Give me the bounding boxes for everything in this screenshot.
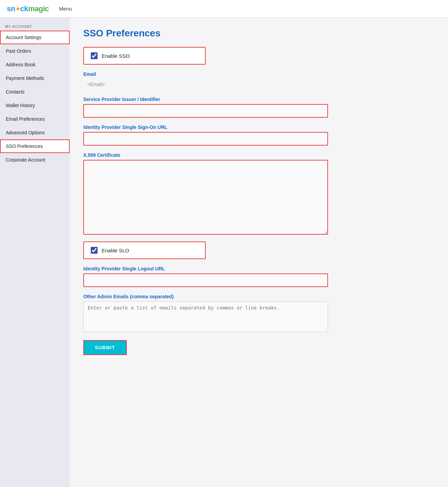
logo-magic: magic (28, 4, 49, 13)
x509-label: X.509 Certificate (83, 152, 434, 158)
idp-signon-label: Identity Provider Single Sign-On URL (83, 124, 434, 130)
idp-logout-section: Identity Provider Single Logout URL (83, 266, 434, 287)
sidebar-item-address-book[interactable]: Address Book (0, 58, 70, 71)
sidebar: MY ACCOUNT Account Settings Past Orders … (0, 18, 70, 487)
layout: MY ACCOUNT Account Settings Past Orders … (0, 18, 448, 487)
menu-button[interactable]: Menu (59, 6, 72, 12)
idp-signon-section: Identity Provider Single Sign-On URL (83, 124, 434, 146)
sidebar-item-sso-preferences[interactable]: SSO Preferences (0, 139, 70, 153)
idp-logout-label: Identity Provider Single Logout URL (83, 266, 434, 271)
sidebar-section-label: MY ACCOUNT (0, 21, 70, 31)
x509-section: X.509 Certificate (83, 152, 434, 235)
idp-logout-input[interactable] (83, 273, 328, 287)
page-title: SSO Preferences (83, 28, 434, 39)
enable-slo-checkbox-box: Enable SLO (83, 241, 206, 259)
main-content: SSO Preferences Enable SSO Email <Email>… (70, 18, 448, 487)
sidebar-item-payment-methods[interactable]: Payment Methods (0, 71, 70, 85)
logo[interactable]: sn✦ckmagic (7, 4, 49, 13)
service-provider-section: Service Provider Issuer / Identifier (83, 97, 434, 118)
email-section: Email <Email> (83, 71, 434, 90)
sidebar-item-corporate-account[interactable]: Corporate Account (0, 153, 70, 167)
enable-sso-checkbox[interactable] (91, 52, 98, 59)
admin-emails-textarea[interactable] (83, 301, 328, 332)
sidebar-item-past-orders[interactable]: Past Orders (0, 44, 70, 58)
email-label: Email (83, 71, 434, 77)
x509-textarea[interactable] (83, 160, 328, 235)
logo-ck: ck (20, 4, 28, 13)
email-value: <Email> (83, 79, 434, 90)
sidebar-item-contacts[interactable]: Contacts (0, 85, 70, 99)
idp-signon-input[interactable] (83, 132, 328, 146)
enable-slo-section: Enable SLO (83, 241, 434, 259)
service-provider-input[interactable] (83, 104, 328, 118)
logo-star-icon: ✦ (15, 6, 20, 13)
enable-slo-label[interactable]: Enable SLO (102, 248, 129, 253)
enable-sso-checkbox-box: Enable SSO (83, 47, 206, 65)
submit-button[interactable]: SUBMIT (83, 340, 127, 355)
admin-emails-section: Other Admin Emails (comma separated) (83, 294, 434, 332)
enable-slo-checkbox[interactable] (91, 247, 98, 254)
header: sn✦ckmagic Menu (0, 0, 448, 18)
service-provider-label: Service Provider Issuer / Identifier (83, 97, 434, 102)
sidebar-item-email-preferences[interactable]: Email Preferences (0, 112, 70, 126)
admin-emails-label: Other Admin Emails (comma separated) (83, 294, 434, 299)
enable-sso-label[interactable]: Enable SSO (102, 53, 130, 59)
sidebar-item-account-settings[interactable]: Account Settings (0, 31, 70, 44)
logo-sn: sn (7, 4, 15, 13)
sidebar-item-wallet-history[interactable]: Wallet History (0, 99, 70, 112)
enable-sso-section: Enable SSO (83, 47, 434, 65)
sidebar-item-advanced-options[interactable]: Advanced Options (0, 126, 70, 139)
